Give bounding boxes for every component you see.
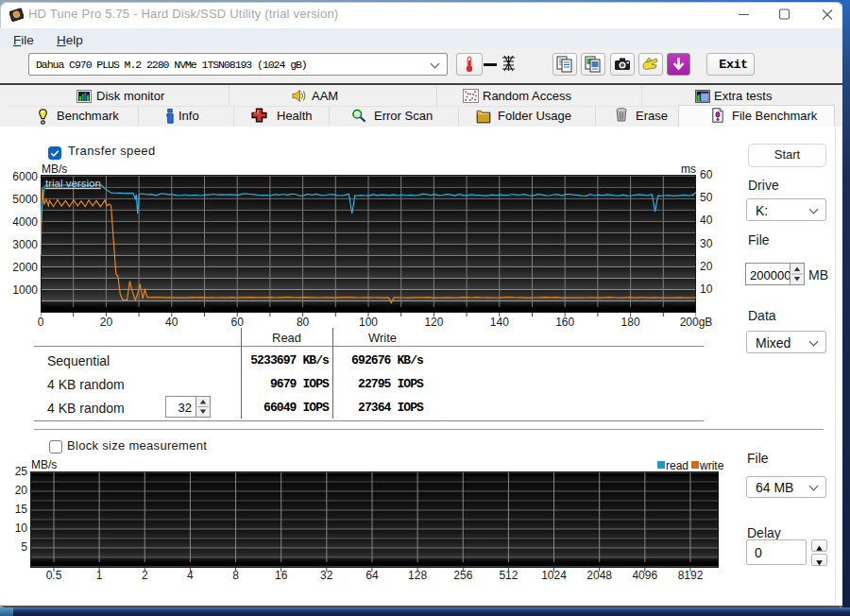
- svg-text:trial version: trial version: [45, 178, 101, 189]
